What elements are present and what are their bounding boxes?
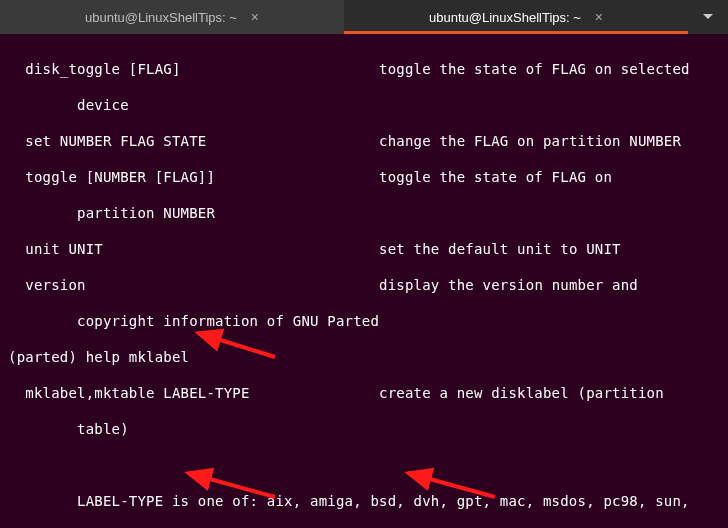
help-desc: toggle the state of FLAG on selected xyxy=(379,61,690,77)
chevron-down-icon xyxy=(702,11,714,23)
new-tab-button[interactable] xyxy=(688,0,728,34)
tab-terminal-1[interactable]: ubuntu@LinuxShellTips: ~ × xyxy=(0,0,344,34)
help-cont: table) xyxy=(8,420,720,438)
help-line: unit UNIT xyxy=(8,241,103,257)
tab-title: ubuntu@LinuxShellTips: ~ xyxy=(85,10,237,25)
help-labeltype: LABEL-TYPE is one of: aix, amiga, bsd, d… xyxy=(8,492,720,510)
help-line: version xyxy=(8,277,86,293)
help-line: toggle [NUMBER [FLAG]] xyxy=(8,169,215,185)
cmd-line: (parted) help mklabel xyxy=(8,348,720,366)
help-line: disk_toggle [FLAG] xyxy=(8,61,181,77)
help-line: mklabel,mktable LABEL-TYPE xyxy=(8,385,250,401)
help-cont: partition NUMBER xyxy=(8,204,720,222)
help-desc: create a new disklabel (partition xyxy=(379,385,664,401)
tab-bar: ubuntu@LinuxShellTips: ~ × ubuntu@LinuxS… xyxy=(0,0,728,34)
terminal-output[interactable]: disk_toggle [FLAG] toggle the state of F… xyxy=(0,34,728,528)
help-desc: set the default unit to UNIT xyxy=(379,241,621,257)
help-desc: toggle the state of FLAG on xyxy=(379,169,612,185)
help-line: set NUMBER FLAG STATE xyxy=(8,133,206,149)
tab-terminal-2[interactable]: ubuntu@LinuxShellTips: ~ × xyxy=(344,0,688,34)
help-cont: device xyxy=(8,96,720,114)
help-desc: display the version number and xyxy=(379,277,638,293)
help-desc: change the FLAG on partition NUMBER xyxy=(379,133,681,149)
close-icon[interactable]: × xyxy=(251,10,259,24)
help-cont: copyright information of GNU Parted xyxy=(8,312,720,330)
tab-title: ubuntu@LinuxShellTips: ~ xyxy=(429,10,581,25)
close-icon[interactable]: × xyxy=(595,10,603,24)
